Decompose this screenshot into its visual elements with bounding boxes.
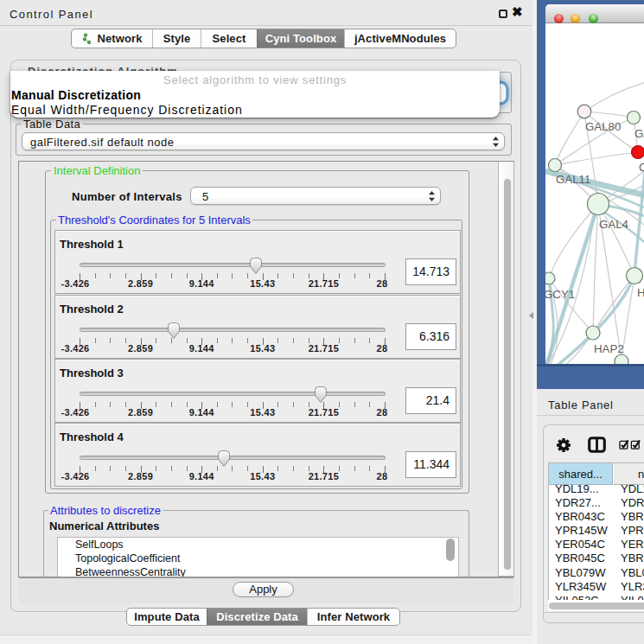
svg-text:GAL11: GAL11	[556, 173, 590, 186]
svg-text:HAP2: HAP2	[594, 342, 624, 355]
svg-text:GAL4: GAL4	[599, 218, 628, 231]
svg-text:GCY1: GCY1	[545, 288, 575, 301]
svg-text:GA: GA	[634, 127, 644, 140]
svg-text:H: H	[637, 286, 644, 299]
svg-text:C: C	[639, 161, 644, 174]
svg-text:GAL80: GAL80	[585, 120, 621, 133]
